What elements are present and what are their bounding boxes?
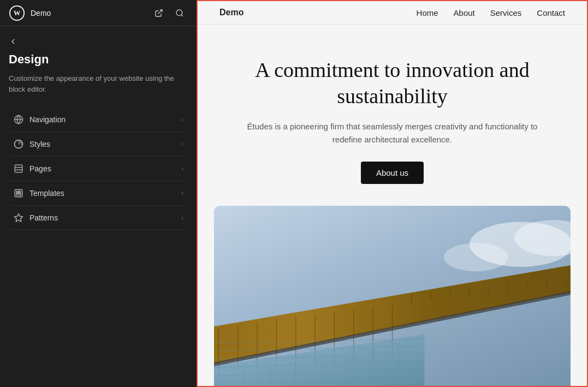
search-icon[interactable] (171, 5, 188, 21)
about-us-button[interactable]: About us (361, 162, 424, 184)
pages-label: Pages (29, 164, 176, 173)
styles-icon (13, 139, 24, 150)
svg-rect-14 (19, 191, 21, 193)
patterns-chevron: › (181, 214, 183, 222)
pages-icon (13, 163, 24, 174)
menu-item-templates[interactable]: Templates › (9, 181, 188, 206)
styles-chevron: › (181, 140, 183, 148)
site-nav: Home About Services Contact (417, 8, 565, 17)
styles-label: Styles (29, 140, 176, 148)
patterns-icon (13, 212, 24, 223)
svg-point-3 (176, 10, 182, 16)
menu-item-navigation[interactable]: Navigation › (9, 108, 188, 132)
templates-icon (13, 188, 24, 199)
menu-item-pages[interactable]: Pages › (9, 157, 188, 181)
svg-text:W: W (14, 9, 21, 17)
navigation-icon (13, 114, 24, 125)
hero-section: A commitment to innovation and sustainab… (198, 25, 587, 206)
templates-chevron: › (181, 189, 183, 197)
svg-rect-9 (15, 165, 22, 172)
navigation-chevron: › (181, 116, 183, 123)
sidebar-content: Design Customize the appearance of your … (0, 26, 197, 387)
menu-list: Navigation › Styles › (9, 108, 188, 230)
external-link-icon[interactable] (151, 5, 167, 21)
back-button[interactable] (9, 37, 188, 46)
hero-title: A commitment to innovation and sustainab… (229, 57, 556, 109)
sidebar: W Demo (0, 0, 197, 387)
templates-label: Templates (29, 189, 176, 198)
sidebar-topbar: W Demo (0, 0, 197, 26)
svg-point-20 (444, 243, 508, 271)
site-name-label: Demo (31, 9, 145, 17)
preview-area: Demo Home About Services Contact A commi… (197, 0, 588, 387)
architecture-image (214, 206, 571, 386)
nav-about[interactable]: About (454, 8, 475, 17)
menu-item-styles[interactable]: Styles › (9, 132, 188, 157)
nav-home[interactable]: Home (417, 8, 438, 17)
pages-chevron: › (181, 165, 183, 172)
navigation-label: Navigation (29, 115, 176, 124)
nav-services[interactable]: Services (490, 8, 522, 17)
menu-item-patterns[interactable]: Patterns › (9, 206, 188, 230)
svg-line-4 (181, 15, 183, 16)
nav-contact[interactable]: Contact (537, 8, 565, 17)
design-title: Design (9, 52, 188, 67)
svg-line-2 (158, 10, 162, 14)
hero-subtitle: Études is a pioneering firm that seamles… (245, 120, 540, 146)
wordpress-logo[interactable]: W (9, 5, 25, 21)
site-header: Demo Home About Services Contact (198, 1, 587, 25)
patterns-label: Patterns (29, 213, 176, 222)
svg-marker-16 (15, 214, 23, 222)
design-description: Customize the appearance of your website… (9, 73, 188, 94)
topbar-icons (151, 5, 188, 21)
svg-rect-13 (16, 191, 18, 193)
svg-rect-15 (16, 194, 21, 195)
site-brand: Demo (219, 8, 243, 17)
